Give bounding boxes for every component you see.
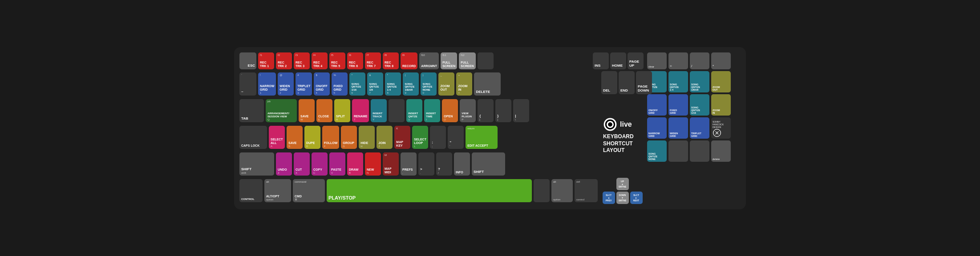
rp-mul[interactable]: *	[711, 52, 731, 69]
key-equal[interactable]: +ZOOMIN=	[456, 72, 472, 96]
rp-triplet-grid[interactable]: TRIPLETGRID	[690, 117, 709, 139]
key-v[interactable]: PASTEV	[329, 152, 345, 176]
key-x[interactable]: CUTX	[294, 152, 310, 176]
key-del2[interactable]: del	[601, 71, 617, 94]
key-slct-next[interactable]: SLCT►NEXT	[630, 192, 643, 204]
rp-sqntize-116[interactable]: SONGQNTIZE1/16	[690, 94, 709, 116]
key-4[interactable]: $ON/OFFGRID4	[314, 72, 330, 96]
key-g[interactable]: GROUPG	[341, 126, 357, 149]
key-h[interactable]: HIDEH	[359, 126, 375, 149]
key-f9[interactable]: f9RECORD	[401, 52, 417, 69]
key-f8[interactable]: f8RECTRK 8	[383, 52, 399, 69]
rp-sqntize-14[interactable]: SONGQNTIZE1-4	[668, 71, 688, 92]
key-end[interactable]: end	[619, 71, 635, 94]
key-e[interactable]: CLOSEE	[316, 99, 332, 122]
key-alt-right[interactable]: altoption	[551, 179, 573, 202]
key-w[interactable]: SAVEW	[299, 99, 315, 122]
key-quote[interactable]: "'	[448, 126, 464, 149]
key-down-smtne[interactable]: DOWN▼SMTNE	[616, 192, 629, 204]
key-space[interactable]: PLAY/STOP	[327, 179, 532, 202]
key-f5[interactable]: f5RECTRK 5	[329, 52, 345, 69]
rp-sqntize-none[interactable]: SONGQNTIZENONE	[647, 140, 667, 162]
key-f2[interactable]: f2RECTRK 2	[276, 52, 292, 69]
key-b[interactable]: DRAWB	[347, 152, 363, 176]
key-m[interactable]: MMAPMIDI	[383, 152, 399, 176]
key-comma[interactable]: PREFS,	[401, 152, 417, 176]
rp-zoom-in[interactable]: ZOOMIN	[711, 94, 731, 116]
key-l[interactable]: SELECTLOOPL	[412, 126, 428, 149]
key-alt[interactable]: altALT/OPToption	[264, 179, 291, 202]
key-k[interactable]: KMAPKEY	[394, 126, 410, 149]
key-backslash[interactable]: |\	[513, 99, 529, 122]
key-ctrl-left[interactable]: control	[239, 179, 263, 202]
key-period[interactable]: >.	[418, 152, 434, 176]
key-f6[interactable]: f6RECTRK 6	[347, 52, 363, 69]
key-enter[interactable]: returnEDIT ACCEPT	[466, 126, 498, 149]
key-f12[interactable]: f12FULLSCREEN	[459, 52, 475, 69]
key-q[interactable]: jobARRANGEMENT/SESSION VIEWQ	[266, 99, 297, 122]
key-0[interactable]: )SONGQNTIZENONE0	[421, 72, 437, 96]
key-shift-right[interactable]: shift	[472, 152, 505, 176]
key-5[interactable]: %FIXEDGRID5	[332, 72, 348, 96]
key-home[interactable]: home	[610, 52, 626, 69]
key-f1[interactable]: f1RECTRK 1	[258, 52, 274, 69]
key-slct-prev[interactable]: SLCT◄PREV	[603, 192, 615, 204]
rp-sqntize-1bar[interactable]: SONGQNTIZE1/BAR	[690, 71, 709, 92]
rp-clear[interactable]: clear	[647, 52, 667, 69]
key-ins[interactable]: ins	[593, 52, 609, 69]
key-1[interactable]: !NARROWGRID1	[258, 72, 276, 96]
key-delete[interactable]: delete	[474, 72, 501, 96]
key-pgdn[interactable]: page down	[636, 71, 652, 94]
key-f11[interactable]: f11FULLSCREEN	[441, 52, 457, 69]
key-lbracket[interactable]: {[	[478, 99, 494, 122]
key-slash[interactable]: ?/	[436, 152, 452, 176]
key-u[interactable]: INSERTQNTZEU	[406, 99, 422, 122]
key-f7[interactable]: f7RECTRK 7	[365, 52, 381, 69]
key-f4[interactable]: f4RECTRK 4	[312, 52, 328, 69]
key-semicolon[interactable]: :;	[430, 126, 446, 149]
key-r[interactable]: SPLITR	[334, 99, 350, 122]
key-2[interactable]: @WIDENGRID2	[278, 72, 294, 96]
key-8[interactable]: *SONGQNTIZE1-48	[385, 72, 401, 96]
rp-widen-grid[interactable]: WIDENGRID	[668, 117, 688, 139]
key-pgup[interactable]: page up	[628, 52, 644, 69]
key-n[interactable]: NEWN	[365, 152, 381, 176]
key-shift-left[interactable]: SHIFTshift	[239, 152, 274, 176]
rp-narrow-grid[interactable]: NARROWGRID	[647, 117, 667, 139]
key-i[interactable]: INSERTTIMEI	[424, 99, 440, 122]
key-backtick[interactable]: `~	[239, 72, 256, 96]
key-p[interactable]: VIEWPLUGINP	[460, 99, 476, 122]
rp-eq[interactable]: =	[668, 52, 688, 69]
key-t[interactable]: RENAMET	[352, 99, 369, 122]
rp-zoom-out[interactable]: ZOOMOUT	[711, 71, 731, 92]
key-c[interactable]: COPYC	[312, 152, 328, 176]
key-s[interactable]: SAVES	[287, 126, 303, 149]
rp-fixed-grid[interactable]: FIXEDGRID	[668, 94, 688, 116]
key-a[interactable]: SELECTALLA	[269, 126, 285, 149]
key-minus[interactable]: _ZOOMOUT-	[438, 72, 454, 96]
key-f10[interactable]: f10ARRGMNT	[419, 52, 439, 69]
key-z[interactable]: UNDOZ	[276, 152, 292, 176]
key-6[interactable]: ^SONGQNTIZE1/166	[349, 72, 365, 96]
key-d[interactable]: DUPED	[304, 126, 320, 149]
key-esc[interactable]: esc	[239, 52, 256, 69]
key-f3[interactable]: f3RECTRK 3	[294, 52, 310, 69]
key-up-smtne[interactable]: UP▲SMTNE	[616, 178, 629, 190]
rp-sonny[interactable]: SONNYHANCOCKDESIGN	[711, 117, 731, 139]
key-3[interactable]: #TRIPLETGRID3	[296, 72, 312, 96]
rp-onoff-grid[interactable]: ON/OFFGRID	[647, 94, 667, 116]
key-rbracket[interactable]: }]	[495, 99, 511, 122]
key-capslock[interactable]: caps lock	[239, 126, 267, 149]
key-info[interactable]: INFO	[454, 152, 470, 176]
key-f[interactable]: FOLLOWF	[322, 126, 339, 149]
key-o[interactable]: OPENO	[442, 99, 458, 122]
key-7[interactable]: &SONGQNTIZE1/87	[367, 72, 383, 96]
rp-del[interactable]: delete	[711, 140, 731, 162]
key-ctrl-right[interactable]: ctrlcontrol	[575, 179, 598, 202]
key-j[interactable]: JOINJ	[377, 126, 393, 149]
key-y[interactable]: INSERTTRACKY	[371, 99, 387, 122]
rp-div[interactable]: /	[690, 52, 709, 69]
key-cmd[interactable]: commandCMD⌘	[293, 179, 325, 202]
key-tab[interactable]: tab	[239, 99, 264, 122]
key-9[interactable]: (SONGQNTIZE1/BAR9	[403, 72, 419, 96]
